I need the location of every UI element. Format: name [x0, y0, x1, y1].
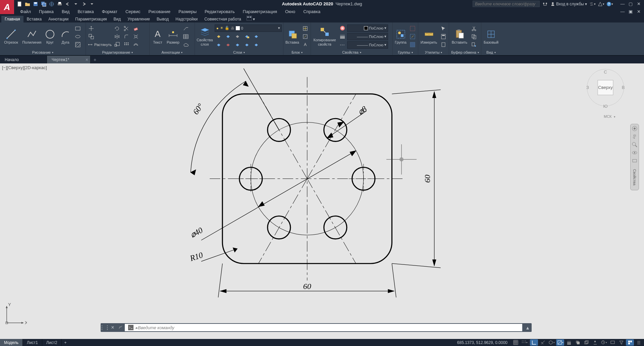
ribbon-tab-home[interactable]: Главная [1, 16, 23, 22]
qat-undo-icon[interactable] [64, 1, 71, 7]
attr-icon[interactable]: A [301, 41, 309, 48]
menu-view[interactable]: Вид [58, 8, 74, 15]
menu-insert[interactable]: Вставка [73, 8, 98, 15]
qp-icon[interactable] [626, 339, 634, 346]
explode-icon[interactable] [132, 33, 140, 40]
showmotion-icon[interactable] [632, 158, 638, 164]
polar-toggle-icon[interactable] [539, 339, 547, 346]
workspace-icon[interactable]: ▾ [600, 339, 608, 346]
search-input[interactable] [473, 1, 540, 7]
layer-freeze-icon[interactable] [233, 33, 241, 40]
panel-groups-label[interactable]: Группы [394, 50, 417, 55]
panel-annotation-label[interactable]: Аннотации [151, 50, 193, 55]
menu-modify[interactable]: Редактировать [201, 8, 239, 15]
grid-toggle-icon[interactable] [512, 339, 520, 346]
qat-undo-drop-icon[interactable] [72, 1, 79, 7]
color-selector[interactable]: ПоСлою ▾ [347, 24, 388, 32]
command-line[interactable]: ⋮⋮ × ▸ Введите команду ▴ [101, 323, 532, 332]
insert-button[interactable]: Вставка [285, 25, 300, 48]
layer-on-icon[interactable] [215, 41, 223, 49]
osnap-toggle-icon[interactable]: ▾ [556, 339, 564, 346]
layer-unlock-icon[interactable] [243, 41, 251, 49]
color-wheel-icon[interactable] [338, 24, 346, 32]
menu-draw[interactable]: Рисование [144, 8, 174, 15]
trim-icon[interactable] [122, 25, 130, 32]
cycling-icon[interactable] [582, 339, 590, 346]
menu-edit[interactable]: Правка [35, 8, 58, 15]
add-tab-button[interactable]: + [91, 57, 99, 62]
calc-icon[interactable] [439, 33, 447, 40]
rect-icon[interactable] [74, 25, 82, 32]
ortho-toggle-icon[interactable] [530, 339, 538, 346]
cmd-close-icon[interactable]: × [109, 324, 117, 332]
layer-prev-icon[interactable] [252, 41, 260, 49]
qat-plot-icon[interactable] [56, 1, 63, 7]
panel-clipboard-label[interactable]: Буфер обмена [450, 50, 480, 55]
doc-restore-button[interactable]: ▣ [627, 8, 635, 15]
drawing-canvas[interactable]: 60 60 60° R10 [0, 63, 644, 346]
menu-tools[interactable]: Сервис [121, 8, 145, 15]
command-input[interactable]: ▸ Введите команду [125, 324, 522, 331]
layer-off-icon[interactable] [215, 33, 223, 40]
erase-icon[interactable] [132, 25, 140, 32]
cloud-icon[interactable] [182, 41, 190, 48]
ribbon-tab-addins[interactable]: Надстройки [172, 16, 201, 22]
close-button[interactable]: ✕ [635, 1, 643, 7]
menu-help[interactable]: Справка [299, 8, 324, 15]
doc-minimize-button[interactable]: — [619, 8, 627, 15]
panel-view-label[interactable]: Вид [483, 50, 499, 55]
ribbon-tab-view[interactable]: Вид [110, 16, 124, 22]
drawing-area[interactable]: [−][Сверху][2D-каркас] [0, 63, 644, 339]
clipcopy-icon[interactable] [470, 33, 478, 40]
layout-tab-sheet1[interactable]: Лист1 [23, 339, 42, 346]
layer-thaw-icon[interactable] [233, 41, 241, 49]
cut-icon[interactable] [470, 25, 478, 32]
layout-tab-sheet2[interactable]: Лист2 [42, 339, 62, 346]
autodesk-icon[interactable]: ▾ [598, 1, 604, 7]
layer-iso-icon[interactable] [224, 33, 232, 40]
lineweight-selector[interactable]: ——— ПоСлою ▾ [347, 33, 388, 40]
qat-web-icon[interactable] [48, 1, 55, 7]
leader-icon[interactable] [182, 25, 190, 32]
minimize-button[interactable]: — [619, 1, 627, 7]
ribbon-tab-annotate[interactable]: Аннотации [45, 16, 72, 22]
file-tab-start[interactable]: Начало [0, 56, 47, 64]
fillet-icon[interactable] [122, 33, 130, 40]
qat-saveas-icon[interactable] [40, 1, 47, 7]
paste-icon[interactable] [439, 41, 447, 48]
layer-lock-icon[interactable] [243, 33, 251, 40]
match-props-button[interactable]: Копирование свойств [312, 25, 337, 48]
edit-block-icon[interactable] [301, 33, 309, 40]
ribbon-tab-parametric[interactable]: Параметризация [72, 16, 110, 22]
app-menu-icon[interactable]: A [0, 0, 14, 14]
base-view-button[interactable]: Базовый [483, 25, 499, 48]
select-icon[interactable] [439, 25, 447, 32]
text-button[interactable]: AТекст [151, 25, 164, 48]
stretch-icon[interactable]: Растянуть [87, 41, 112, 48]
group-edit-icon[interactable] [409, 33, 417, 40]
panel-block-label[interactable]: Блок [285, 50, 309, 55]
file-tab-drawing[interactable]: Чертеж1*× [47, 56, 91, 64]
group-select-icon[interactable] [409, 41, 417, 48]
panel-layers-label[interactable]: Слои [196, 50, 282, 55]
scale-icon[interactable] [113, 41, 121, 48]
layer-match-icon[interactable] [252, 33, 260, 40]
close-tab-icon[interactable]: × [86, 57, 88, 62]
paste-button[interactable]: Вставить [450, 25, 469, 48]
nav-bar[interactable]: Свойства [630, 124, 639, 190]
ucs-icon[interactable]: X Y [3, 303, 27, 326]
lineweight-icon[interactable] [338, 33, 346, 40]
ribbon-tab-collaborate[interactable]: Совместная работа [201, 16, 245, 22]
qat-new-icon[interactable] [16, 1, 23, 7]
viewcube[interactable]: Сверху С В Ю З МСК▾ [584, 67, 627, 121]
annoscale-icon[interactable] [591, 339, 599, 346]
linetype-selector[interactable]: ——— ПоСлою ▾ [347, 41, 388, 49]
nav-props-label[interactable]: Свойства [633, 166, 637, 189]
menu-file[interactable]: Файл [16, 8, 35, 15]
exchange-icon[interactable]: ▾ [589, 1, 596, 7]
layer-uniso-icon[interactable] [224, 41, 232, 49]
customize-status-icon[interactable] [635, 339, 643, 346]
ribbon-tab-featured[interactable]: ▾ [245, 15, 257, 22]
rotate-icon[interactable] [113, 25, 121, 32]
cmd-history-icon[interactable]: ▴ [524, 324, 532, 332]
